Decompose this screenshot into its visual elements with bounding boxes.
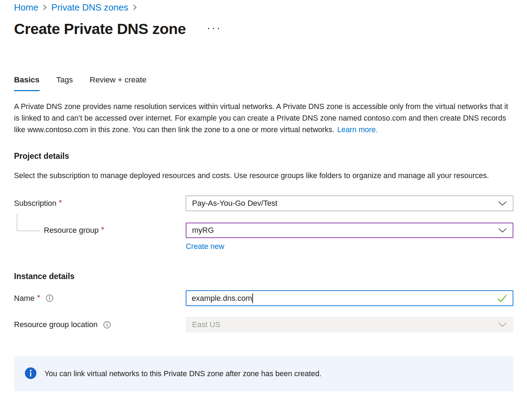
- create-private-dns-zone-page: Home Private DNS zones Create Private DN…: [0, 0, 527, 420]
- info-banner-text: You can link virtual networks to this Pr…: [45, 370, 321, 378]
- location-label-cell: Resource group location: [14, 320, 186, 330]
- location-field-cell: East US: [186, 317, 513, 332]
- resource-group-value: myRG: [192, 226, 214, 235]
- info-banner: You can link virtual networks to this Pr…: [14, 356, 513, 391]
- chevron-right-icon: [42, 4, 47, 11]
- name-label-cell: Name *: [14, 293, 186, 303]
- resource-group-label: Resource group: [44, 225, 99, 235]
- chevron-down-icon: [498, 228, 507, 233]
- name-row: Name * example.dns.com: [14, 290, 513, 306]
- subscription-field-cell: Pay-As-You-Go Dev/Test: [186, 196, 513, 211]
- resource-group-dropdown[interactable]: myRG: [186, 223, 513, 238]
- subscription-dropdown[interactable]: Pay-As-You-Go Dev/Test: [186, 196, 513, 211]
- name-label: Name: [14, 293, 35, 303]
- breadcrumb-private-dns-zones-link[interactable]: Private DNS zones: [51, 2, 128, 13]
- name-value: example.dns.com: [192, 294, 252, 303]
- green-check-icon: [497, 294, 507, 303]
- subscription-value: Pay-As-You-Go Dev/Test: [192, 199, 278, 208]
- name-input[interactable]: example.dns.com: [186, 290, 513, 306]
- info-circle-outline-icon[interactable]: [46, 294, 54, 302]
- subscription-label: Subscription: [14, 198, 56, 208]
- tab-basics[interactable]: Basics: [14, 75, 40, 91]
- chevron-right-icon: [132, 4, 137, 11]
- text-cursor: [252, 293, 253, 303]
- title-row: Create Private DNS zone ···: [14, 20, 513, 38]
- required-asterisk: *: [59, 198, 62, 208]
- intro-paragraph: A Private DNS zone provides name resolut…: [14, 101, 512, 136]
- tab-tags[interactable]: Tags: [56, 75, 73, 91]
- resource-group-location-label: Resource group location: [14, 320, 97, 330]
- breadcrumb: Home Private DNS zones: [14, 2, 513, 13]
- name-field-cell: example.dns.com: [186, 290, 513, 306]
- project-details-description: Select the subscription to manage deploy…: [14, 170, 512, 182]
- tab-review-create[interactable]: Review + create: [90, 75, 146, 91]
- chevron-down-icon: [498, 201, 507, 206]
- subscription-row: Subscription * Pay-As-You-Go Dev/Test: [14, 196, 513, 211]
- info-circle-outline-icon[interactable]: [103, 321, 111, 329]
- create-new-link[interactable]: Create new: [186, 242, 224, 251]
- resource-group-location-row: Resource group location East US: [14, 317, 513, 332]
- intro-text: A Private DNS zone provides name resolut…: [14, 102, 508, 134]
- chevron-down-icon: [498, 322, 507, 327]
- info-circle-filled-icon: [25, 367, 37, 381]
- resource-group-label-cell: Resource group *: [14, 225, 186, 235]
- required-asterisk: *: [101, 225, 104, 235]
- project-details-heading: Project details: [14, 151, 513, 161]
- instance-details-heading: Instance details: [14, 271, 513, 281]
- more-options-button[interactable]: ···: [207, 24, 221, 31]
- resource-group-location-dropdown: East US: [186, 317, 513, 332]
- required-asterisk: *: [37, 293, 40, 303]
- tab-bar: Basics Tags Review + create: [14, 75, 513, 91]
- resource-group-field-cell: myRG Create new: [186, 223, 513, 251]
- hierarchy-connector-line: [17, 214, 40, 231]
- breadcrumb-home-link[interactable]: Home: [14, 2, 38, 13]
- learn-more-link[interactable]: Learn more.: [337, 126, 378, 134]
- resource-group-row: Resource group * myRG Create new: [14, 223, 513, 251]
- resource-group-location-value: East US: [192, 320, 220, 329]
- page-title: Create Private DNS zone: [14, 20, 186, 38]
- subscription-label-cell: Subscription *: [14, 198, 186, 208]
